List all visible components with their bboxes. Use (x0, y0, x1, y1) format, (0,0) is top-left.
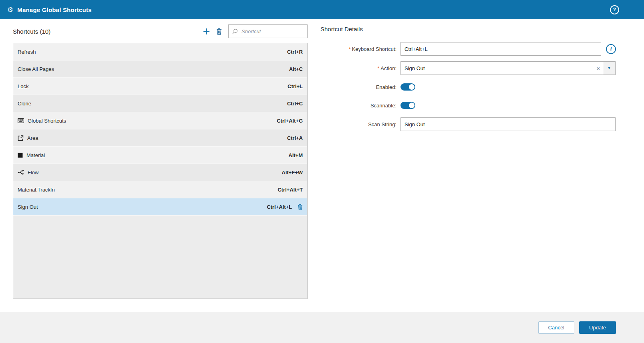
clear-icon[interactable]: × (596, 61, 600, 75)
scannable-label: Scannable: (320, 103, 400, 109)
shortcuts-panel: Shortcuts (10) (13, 23, 308, 312)
add-icon (203, 28, 210, 35)
list-item-material-trackin[interactable]: Material.TrackIn Ctrl+Alt+T (13, 181, 307, 198)
shortcut-keys: Ctrl+L (288, 83, 303, 89)
scan-string-input[interactable] (400, 117, 616, 131)
info-icon[interactable]: i (606, 44, 616, 54)
trash-icon (216, 28, 222, 35)
action-dropdown-button[interactable]: ▼ (603, 61, 616, 75)
required-asterisk: * (377, 65, 379, 71)
action-row: *Action: × ▼ (320, 61, 616, 75)
cancel-button[interactable]: Cancel (538, 321, 574, 334)
list-item-material[interactable]: Material Alt+M (13, 147, 307, 164)
list-item-close-all-pages[interactable]: Close All Pages Alt+C (13, 61, 307, 78)
list-item-lock[interactable]: Lock Ctrl+L (13, 78, 307, 95)
toolbar-actions (203, 24, 308, 38)
list-item-refresh[interactable]: Refresh Ctrl+R (13, 43, 307, 61)
enabled-toggle[interactable] (400, 83, 415, 91)
delete-row-trash-icon[interactable] (298, 204, 303, 210)
shortcut-name: Lock (18, 83, 28, 89)
action-combobox: × ▼ (400, 61, 616, 75)
scannable-toggle[interactable] (400, 102, 415, 109)
details-title: Shortcut Details (320, 26, 616, 32)
shortcut-search-input[interactable] (241, 28, 304, 35)
enabled-row: Enabled: (320, 81, 616, 93)
shortcut-name: Global Shortcuts (28, 118, 66, 124)
list-item-clone[interactable]: Clone Ctrl+C (13, 95, 307, 112)
shortcuts-toolbar: Shortcuts (10) (13, 23, 308, 39)
scan-string-row: Scan String: (320, 117, 616, 131)
keyboard-shortcut-input[interactable] (400, 42, 601, 56)
list-item-global-shortcuts[interactable]: Global Shortcuts Ctrl+Alt+G (13, 112, 307, 129)
shortcut-keys: Alt+C (289, 66, 303, 72)
shortcut-keys: Ctrl+R (287, 49, 303, 55)
add-shortcut-button[interactable] (203, 28, 210, 35)
shortcut-keys: Ctrl+Alt+T (278, 187, 303, 193)
scan-string-label: Scan String: (320, 121, 400, 127)
action-input[interactable] (400, 61, 603, 75)
shortcuts-count-title: Shortcuts (10) (13, 28, 50, 35)
shortcut-details-panel: Shortcut Details *Keyboard Shortcut: i *… (308, 23, 616, 312)
enabled-label: Enabled: (320, 84, 400, 90)
update-button[interactable]: Update (579, 321, 616, 334)
keyboard-icon (18, 118, 24, 123)
search-icon (232, 28, 238, 34)
keyboard-shortcut-label: *Keyboard Shortcut: (320, 46, 400, 52)
shortcut-keys: Ctrl+C (287, 101, 303, 107)
shortcut-name: Area (27, 135, 38, 141)
shortcut-name: Close All Pages (18, 66, 54, 72)
shortcut-keys: Ctrl+Alt+L (267, 204, 292, 210)
shortcut-name: Flow (28, 169, 38, 176)
shortcut-keys: Alt+F+W (282, 169, 303, 176)
help-icon[interactable]: ? (610, 5, 619, 14)
keyboard-shortcut-row: *Keyboard Shortcut: i (320, 42, 616, 56)
scannable-row: Scannable: (320, 99, 616, 112)
shortcuts-gear-icon: ⚙ (7, 6, 13, 13)
shortcuts-list: Refresh Ctrl+R Close All Pages Alt+C Loc… (13, 43, 308, 299)
chevron-down-icon: ▼ (608, 67, 611, 70)
list-item-area[interactable]: Area Ctrl+A (13, 129, 307, 147)
list-item-sign-out[interactable]: Sign Out Ctrl+Alt+L (13, 198, 307, 216)
window-title: Manage Global Shortcuts (17, 6, 91, 13)
main-content: Shortcuts (10) (0, 19, 644, 312)
action-input-wrap: × (400, 61, 603, 75)
delete-shortcut-button[interactable] (216, 28, 222, 35)
material-icon (18, 153, 23, 158)
shortcut-keys: Alt+M (288, 152, 303, 158)
required-asterisk: * (349, 46, 351, 52)
list-item-flow[interactable]: Flow Alt+F+W (13, 164, 307, 181)
shortcut-name: Material (26, 152, 45, 158)
action-label: *Action: (320, 65, 400, 71)
manage-global-shortcuts-window: ⚙ Manage Global Shortcuts ? Shortcuts (1… (0, 0, 644, 343)
shortcut-search-box (228, 24, 308, 38)
shortcut-name: Refresh (18, 49, 36, 55)
title-bar: ⚙ Manage Global Shortcuts ? (0, 0, 644, 19)
shortcut-name: Clone (18, 101, 31, 107)
shortcut-keys: Ctrl+Alt+G (277, 118, 303, 124)
flow-icon (18, 169, 24, 175)
shortcut-name: Material.TrackIn (18, 187, 55, 193)
area-icon (18, 135, 24, 141)
footer-bar: Cancel Update (0, 312, 644, 343)
shortcut-name: Sign Out (18, 204, 38, 210)
shortcut-keys: Ctrl+A (287, 135, 303, 141)
